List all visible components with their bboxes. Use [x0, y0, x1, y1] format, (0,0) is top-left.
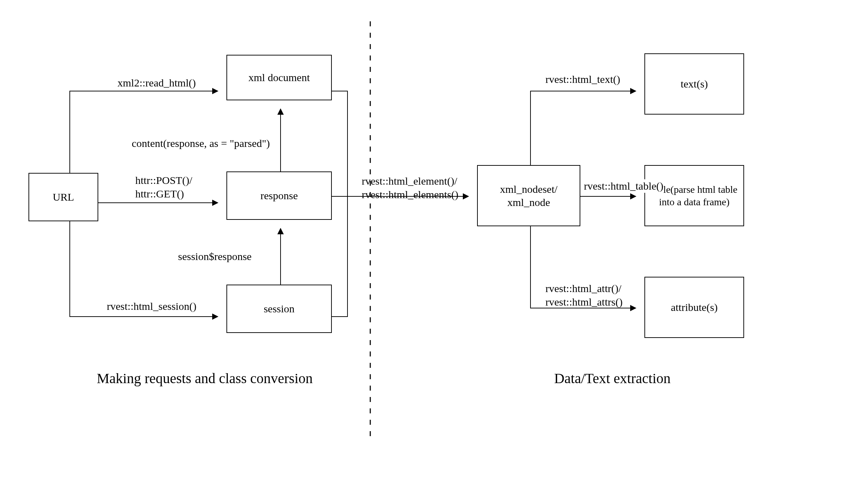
label-html-attr: rvest::html_attr()/ rvest::html_attrs(): [545, 282, 623, 308]
node-response: response: [226, 171, 332, 220]
label-read-html: xml2::read_html(): [117, 76, 196, 90]
diagram-canvas: URL xml document response session xml_no…: [0, 0, 868, 487]
node-table: table(parse html table into a data frame…: [644, 165, 744, 226]
node-text: text(s): [644, 53, 744, 115]
node-xml-nodeset: xml_nodeset/ xml_node: [477, 165, 580, 226]
node-session: session: [226, 285, 332, 333]
label-httr: httr::POST()/ httr::GET(): [135, 174, 192, 200]
label-session-response: session$response: [178, 250, 252, 263]
label-html-element: rvest::html_element()/ rvest::html_eleme…: [362, 174, 459, 201]
label-html-session: rvest::html_session(): [107, 300, 197, 313]
label-html-text: rvest::html_text(): [545, 73, 620, 86]
node-xml-document: xml document: [226, 55, 332, 100]
node-attribute: attribute(s): [644, 277, 744, 338]
label-content-parsed: content(response, as = "parsed"): [132, 137, 270, 150]
section-right: Data/Text extraction: [488, 370, 737, 387]
label-html-table: rvest::html_table(): [584, 179, 663, 193]
node-url: URL: [28, 173, 98, 221]
section-left: Making requests and class conversion: [80, 370, 329, 387]
